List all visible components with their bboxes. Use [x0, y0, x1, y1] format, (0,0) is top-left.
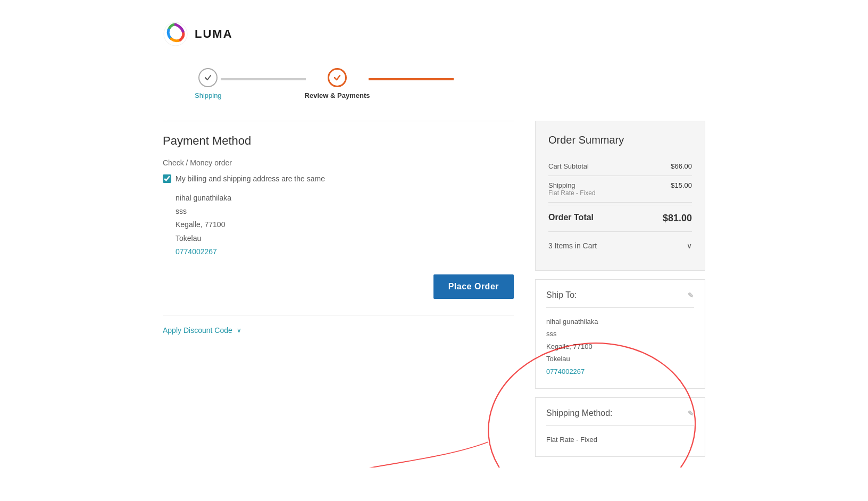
ship-to-edit-icon[interactable]: ✎	[688, 291, 694, 299]
step-shipping-circle	[198, 68, 218, 87]
order-total-label: Order Total	[548, 213, 594, 224]
step-review[interactable]: Review & Payments	[305, 68, 370, 99]
billing-address-name: nihal gunathilaka	[176, 191, 514, 205]
billing-address-country: Tokelau	[176, 232, 514, 245]
shipping-method-value: Flat Rate - Fixed	[546, 433, 694, 446]
cart-subtotal-amount: $66.00	[671, 162, 692, 170]
place-order-button[interactable]: Place Order	[433, 274, 514, 299]
shipping-label-col: Shipping Flat Rate - Fixed	[548, 181, 596, 197]
main-content: Payment Method Check / Money order My bi…	[163, 121, 705, 457]
billing-checkbox[interactable]	[163, 174, 171, 183]
shipping-method-box: Shipping Method: ✎ Flat Rate - Fixed	[535, 397, 705, 457]
billing-checkbox-label: My billing and shipping address are the …	[176, 174, 325, 183]
billing-address-phone: 0774002267	[176, 245, 514, 258]
shipping-method-edit-icon[interactable]: ✎	[688, 409, 694, 418]
ship-to-city: Kegalle, 77100	[546, 340, 694, 353]
bottom-divider	[163, 315, 514, 315]
ship-to-name: nihal gunathilaka	[546, 315, 694, 328]
connector-right	[369, 78, 454, 80]
shipping-method-content: Flat Rate - Fixed	[546, 433, 694, 446]
ship-to-title: Ship To:	[546, 290, 577, 300]
apply-discount-link[interactable]: Apply Discount Code	[163, 326, 232, 335]
billing-checkbox-row[interactable]: My billing and shipping address are the …	[163, 174, 514, 183]
order-total-amount: $81.00	[663, 213, 692, 224]
shipping-sub-label: Flat Rate - Fixed	[548, 189, 596, 197]
luma-logo-icon	[163, 21, 188, 47]
ship-to-phone: 0774002267	[546, 365, 694, 378]
items-cart-label: 3 Items in Cart	[548, 241, 597, 250]
payment-section-title: Payment Method	[163, 134, 514, 148]
logo-text: LUMA	[195, 27, 233, 41]
checkmark-active-icon	[333, 73, 341, 82]
discount-section[interactable]: Apply Discount Code ∨	[163, 326, 514, 335]
billing-address-city: Kegalle, 77100	[176, 218, 514, 231]
ship-to-header: Ship To: ✎	[546, 290, 694, 308]
shipping-amount: $15.00	[671, 181, 692, 189]
order-summary-title: Order Summary	[548, 134, 692, 146]
top-divider	[163, 121, 514, 121]
payment-method-label: Check / Money order	[163, 158, 514, 167]
step-shipping[interactable]: Shipping	[195, 68, 222, 99]
shipping-label: Shipping	[548, 181, 596, 189]
shipping-row: Shipping Flat Rate - Fixed $15.00	[548, 176, 692, 203]
discount-chevron-icon: ∨	[237, 327, 241, 334]
shipping-method-header: Shipping Method: ✎	[546, 408, 694, 426]
cart-subtotal-label: Cart Subtotal	[548, 162, 589, 170]
billing-address-street: sss	[176, 205, 514, 218]
items-cart-row[interactable]: 3 Items in Cart ∨	[548, 234, 692, 257]
shipping-method-title: Shipping Method:	[546, 408, 613, 418]
step-shipping-label: Shipping	[195, 91, 222, 99]
step-review-label: Review & Payments	[305, 91, 370, 99]
ship-to-country: Tokelau	[546, 353, 694, 365]
header: LUMA	[163, 11, 705, 63]
step-review-circle	[328, 68, 347, 87]
ship-to-address: nihal gunathilaka sss Kegalle, 77100 Tok…	[546, 315, 694, 378]
left-panel: Payment Method Check / Money order My bi…	[163, 121, 514, 335]
billing-address-block: nihal gunathilaka sss Kegalle, 77100 Tok…	[176, 191, 514, 258]
cart-subtotal-row: Cart Subtotal $66.00	[548, 157, 692, 176]
content-area: Payment Method Check / Money order My bi…	[163, 121, 705, 457]
ship-to-street: sss	[546, 328, 694, 340]
order-summary-box: Order Summary Cart Subtotal $66.00 Shipp…	[535, 121, 705, 271]
progress-bar: Shipping Review & Payments	[163, 63, 705, 121]
svg-point-1	[172, 30, 179, 38]
connector-left	[221, 78, 306, 80]
order-total-row: Order Total $81.00	[548, 205, 692, 232]
place-order-row: Place Order	[163, 274, 514, 299]
checkmark-icon	[204, 73, 212, 82]
right-panel: Order Summary Cart Subtotal $66.00 Shipp…	[535, 121, 705, 457]
items-cart-chevron-icon: ∨	[687, 241, 692, 250]
ship-to-box: Ship To: ✎ nihal gunathilaka sss Kegalle…	[535, 279, 705, 389]
